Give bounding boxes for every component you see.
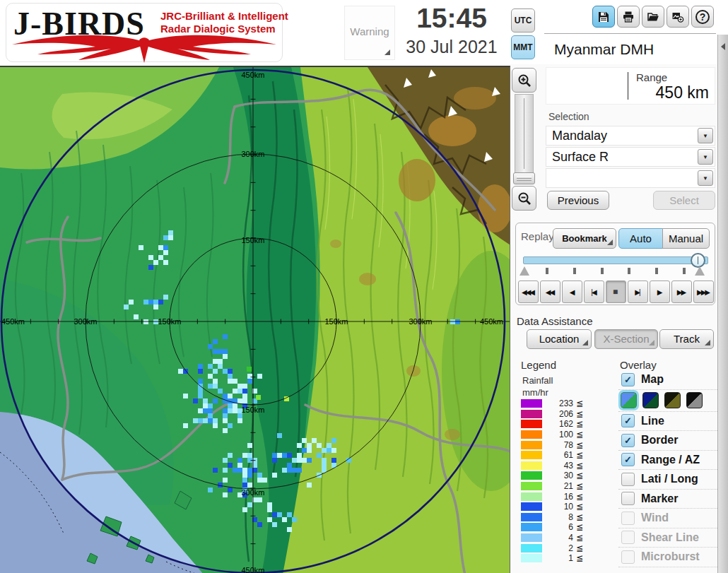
legend-value: 21 [545, 481, 573, 491]
site-dropdown[interactable]: Mandalay ▼ [546, 126, 715, 146]
legend-lte-symbol: ≦ [576, 502, 583, 512]
playback-step-backward-button[interactable]: |◀ [584, 280, 604, 303]
track-button[interactable]: Track [659, 329, 714, 349]
zoom-out-button[interactable] [512, 186, 536, 211]
overlay-item-wind[interactable]: Wind [618, 509, 717, 528]
checkbox[interactable]: ✓ [621, 453, 635, 466]
checkbox[interactable] [621, 550, 635, 564]
checkbox[interactable] [621, 512, 635, 525]
legend-value: 10 [545, 502, 573, 512]
legend-swatch [521, 471, 542, 480]
legend-swatch [521, 461, 542, 470]
map-style-2[interactable] [642, 392, 659, 408]
playback-rewind-fast-button[interactable]: ◀◀◀ [518, 280, 539, 303]
print-button[interactable] [617, 6, 640, 28]
mmt-button[interactable]: MMT [511, 35, 535, 59]
product-dropdown-value: Surface R [552, 148, 609, 166]
map-style-row [618, 390, 717, 412]
legend-entry: 233≦ [521, 398, 592, 409]
slider-end-marker[interactable] [695, 266, 705, 276]
playback-stop-button[interactable]: ■ [606, 280, 626, 303]
replay-slider-track[interactable] [523, 256, 708, 264]
map-style-1[interactable] [621, 392, 637, 408]
checkbox[interactable]: ✓ [621, 414, 635, 427]
range-value: 450 km [656, 83, 709, 102]
overlay-item-microburst[interactable]: Microburst [618, 548, 717, 567]
legend-entry: 206≦ [521, 409, 592, 420]
map-style-3[interactable] [664, 392, 681, 408]
select-button[interactable]: Select [653, 191, 715, 210]
product-dropdown[interactable]: Surface R ▼ [546, 147, 715, 167]
playback-forward-button[interactable]: ▶▶ [671, 280, 692, 303]
image-add-icon [671, 11, 684, 23]
ring-label-450-left: 450km [1, 317, 25, 326]
legend-swatch [521, 482, 542, 490]
chevron-down-icon[interactable]: ▼ [698, 170, 713, 186]
panel-collapse-strip[interactable] [717, 35, 728, 573]
save-button[interactable] [592, 6, 615, 28]
ring-label-150-left: 150km [158, 317, 181, 326]
playback-play-backward-button[interactable]: ◀ [562, 280, 582, 303]
legend-value: 206 [545, 409, 573, 419]
site-dropdown-value: Mandalay [552, 126, 607, 145]
extra-dropdown[interactable]: ▼ [546, 168, 715, 188]
slider-tick [546, 268, 548, 274]
location-corner-handle [582, 340, 588, 345]
legend-lte-symbol: ≦ [576, 471, 583, 480]
radar-map[interactable]: 450km 300km 150km 150km 300km 450km 450k… [0, 66, 510, 573]
overlay-item-lati-long[interactable]: Lati / Long [618, 470, 717, 490]
legend-lte-symbol: ≦ [576, 398, 583, 408]
zoom-in-button[interactable] [512, 68, 536, 93]
legend-lte-symbol: ≦ [576, 430, 583, 439]
x-section-button[interactable]: X-Section [594, 329, 658, 349]
overlay-item-border[interactable]: ✓Border [618, 431, 717, 451]
map-style-4[interactable] [686, 392, 703, 408]
chevron-down-icon[interactable]: ▼ [698, 149, 713, 165]
checkbox[interactable] [621, 473, 635, 486]
overlay-item-shear-line[interactable]: Shear Line [618, 528, 717, 548]
checkbox[interactable] [621, 492, 635, 505]
legend-entry: 78≦ [521, 439, 592, 450]
warning-button[interactable]: Warning [344, 6, 395, 60]
x-section-label: X-Section [603, 333, 649, 345]
legend-lte-symbol: ≦ [576, 409, 583, 419]
legend-entry: 4≦ [521, 533, 592, 543]
overlay-item-label: Lati / Long [641, 473, 698, 485]
slider-start-marker[interactable] [519, 266, 529, 276]
slider-tick [655, 268, 658, 274]
replay-slider-handle[interactable] [691, 253, 705, 268]
overlay-item-marker[interactable]: Marker [618, 490, 717, 509]
range-divider [628, 72, 628, 100]
previous-button[interactable]: Previous [547, 191, 609, 210]
folder-open-icon [647, 11, 659, 23]
legend-value: 162 [545, 419, 573, 429]
location-label: Location [539, 333, 580, 345]
utc-button[interactable]: UTC [511, 8, 535, 33]
legend-value: 78 [545, 440, 573, 450]
bookmark-button[interactable]: Bookmark [553, 228, 616, 249]
overlay-item-map[interactable]: ✓Map [618, 370, 717, 390]
panel-separator [544, 33, 716, 34]
auto-button[interactable]: Auto [618, 228, 663, 249]
capture-image-button[interactable] [667, 6, 689, 28]
zoom-slider-handle[interactable] [513, 172, 535, 184]
open-folder-button[interactable] [642, 6, 664, 28]
legend-lte-symbol: ≦ [576, 543, 583, 553]
playback-play-button[interactable]: ▶ [650, 280, 670, 303]
clock-date: 30 Jul 2021 [396, 37, 507, 57]
manual-button[interactable]: Manual [662, 228, 710, 249]
playback-rewind-button[interactable]: ◀◀ [540, 280, 560, 303]
checkbox[interactable]: ✓ [621, 373, 635, 386]
overlay-item-line[interactable]: ✓Line [618, 412, 717, 432]
checkbox[interactable]: ✓ [621, 434, 635, 447]
chevron-down-icon[interactable]: ▼ [698, 128, 713, 143]
help-button[interactable]: ? [691, 6, 714, 28]
overlay-item-range-az[interactable]: ✓Range / AZ [618, 451, 717, 471]
checkbox[interactable] [621, 531, 635, 544]
playback-step-forward-button[interactable]: ▶| [628, 280, 648, 303]
location-button[interactable]: Location [527, 329, 592, 349]
zoom-slider-track[interactable] [515, 94, 534, 173]
legend-entry: 10≦ [521, 502, 592, 512]
track-corner-handle [705, 340, 710, 345]
playback-forward-fast-button[interactable]: ▶▶▶ [693, 280, 714, 303]
